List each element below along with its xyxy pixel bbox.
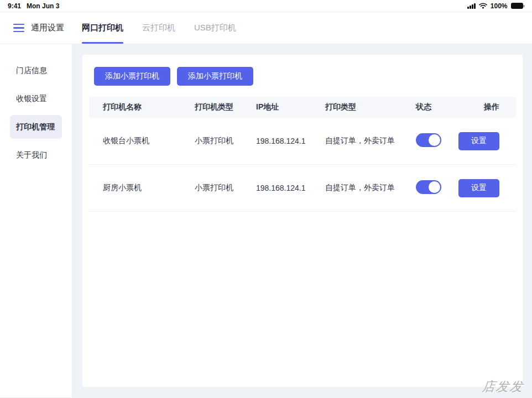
printer-name: 厨房小票机 bbox=[103, 183, 195, 193]
page-title: 通用设置 bbox=[31, 23, 64, 33]
settings-button[interactable]: 设置 bbox=[458, 179, 499, 197]
sidebar-item-cashier-settings[interactable]: 收银设置 bbox=[10, 87, 62, 111]
print-type: 自提订单，外卖订单 bbox=[325, 183, 416, 193]
printer-tabs: 网口打印机 云打印机 USB打印机 bbox=[82, 12, 255, 44]
cellular-signal-icon bbox=[467, 3, 476, 9]
printer-table: 打印机名称 打印机类型 IP地址 打印类型 状态 操作 收银台小票机 小票打印机… bbox=[89, 97, 516, 212]
status-toggle[interactable] bbox=[416, 133, 441, 147]
content-area: 添加小票打印机 添加小票打印机 打印机名称 打印机类型 IP地址 打印类型 状态… bbox=[72, 44, 532, 397]
toggle-knob bbox=[429, 134, 440, 146]
wifi-icon bbox=[479, 3, 487, 9]
sidebar-item-printer-management[interactable]: 打印机管理 bbox=[10, 115, 62, 139]
printer-name: 收银台小票机 bbox=[103, 136, 195, 146]
col-header-ip-address: IP地址 bbox=[256, 102, 325, 112]
clock: 9:41 bbox=[8, 2, 21, 10]
col-header-print-type: 打印类型 bbox=[325, 102, 416, 112]
toggle-knob bbox=[429, 181, 440, 193]
status-bar: 9:41 Mon Jun 3 100% bbox=[0, 0, 532, 12]
table-row: 收银台小票机 小票打印机 198.168.124.1 自提订单，外卖订单 设置 bbox=[89, 118, 516, 165]
date: Mon Jun 3 bbox=[27, 2, 59, 10]
ip-address: 198.168.124.1 bbox=[256, 137, 325, 145]
active-tab-underline bbox=[82, 42, 123, 44]
printer-type: 小票打印机 bbox=[195, 136, 256, 146]
table-row: 厨房小票机 小票打印机 198.168.124.1 自提订单，外卖订单 设置 bbox=[89, 165, 516, 212]
table-header-row: 打印机名称 打印机类型 IP地址 打印类型 状态 操作 bbox=[89, 97, 516, 118]
tab-usb-printer[interactable]: USB打印机 bbox=[194, 12, 236, 44]
col-header-printer-type: 打印机类型 bbox=[195, 102, 256, 112]
sidebar: 门店信息 收银设置 打印机管理 关于我们 bbox=[0, 44, 72, 397]
tab-cloud-printer[interactable]: 云打印机 bbox=[142, 12, 175, 44]
tab-network-printer[interactable]: 网口打印机 bbox=[82, 12, 123, 44]
print-type: 自提订单，外卖订单 bbox=[325, 136, 416, 146]
col-header-status: 状态 bbox=[416, 102, 458, 112]
battery-percent: 100% bbox=[491, 2, 508, 10]
app-header: 通用设置 网口打印机 云打印机 USB打印机 bbox=[0, 12, 532, 44]
printer-type: 小票打印机 bbox=[195, 183, 256, 193]
ip-address: 198.168.124.1 bbox=[256, 184, 325, 192]
printer-management-card: 添加小票打印机 添加小票打印机 打印机名称 打印机类型 IP地址 打印类型 状态… bbox=[82, 55, 523, 387]
col-header-action: 操作 bbox=[458, 102, 499, 112]
col-header-printer-name: 打印机名称 bbox=[103, 102, 195, 112]
hamburger-menu-icon[interactable] bbox=[13, 24, 24, 33]
add-receipt-printer-button-2[interactable]: 添加小票打印机 bbox=[177, 67, 253, 86]
watermark-text: 店发发 bbox=[481, 378, 524, 395]
sidebar-item-about-us[interactable]: 关于我们 bbox=[10, 143, 62, 167]
add-receipt-printer-button-1[interactable]: 添加小票打印机 bbox=[94, 67, 170, 86]
battery-icon bbox=[511, 3, 525, 9]
sidebar-item-store-info[interactable]: 门店信息 bbox=[10, 59, 62, 82]
status-toggle[interactable] bbox=[416, 180, 441, 194]
settings-button[interactable]: 设置 bbox=[458, 132, 499, 150]
